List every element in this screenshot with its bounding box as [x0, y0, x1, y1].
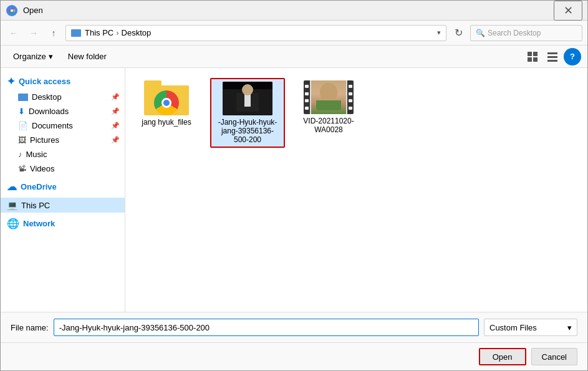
organize-label: Organize [13, 52, 46, 61]
network-section: 🌐 Network [1, 215, 125, 232]
chrome-folder-icon [154, 90, 179, 115]
onedrive-section: ☁ OneDrive [1, 178, 125, 195]
sidebar-pictures-label: Pictures [30, 135, 59, 145]
svg-rect-8 [547, 56, 557, 58]
refresh-button[interactable]: ↻ [450, 25, 466, 41]
organize-button[interactable]: Organize ▾ [7, 48, 59, 65]
film-hole [305, 107, 309, 110]
vid-head [320, 83, 337, 100]
sidebar-documents-label: Documents [32, 121, 73, 130]
quick-access-section: ✦ Quick access Desktop 📌 ⬇ Downloads 📌 📄… [1, 73, 125, 176]
list-item[interactable]: jang hyuk_files [135, 78, 198, 148]
network-header[interactable]: 🌐 Network [1, 215, 125, 232]
onedrive-icon: ☁ [7, 181, 17, 193]
sidebar-item-videos[interactable]: 📽 Videos [1, 161, 125, 176]
svg-rect-9 [547, 60, 557, 62]
downloads-icon: ⬇ [18, 107, 25, 116]
image-thumbnail [223, 82, 272, 115]
sidebar-item-desktop[interactable]: Desktop 📌 [1, 90, 125, 104]
new-folder-label: New folder [68, 52, 107, 61]
help-icon: ? [570, 52, 575, 61]
videos-icon: 📽 [18, 164, 26, 173]
details-view-button[interactable] [544, 48, 561, 65]
film-hole [349, 92, 352, 95]
face-container [315, 82, 343, 113]
chrome-inner [161, 98, 171, 108]
app-icon [6, 4, 18, 17]
title-bar: Open ✕ [1, 1, 587, 21]
svg-rect-7 [547, 52, 557, 54]
onedrive-header[interactable]: ☁ OneDrive [1, 178, 125, 195]
breadcrumb-part2: Desktop [122, 28, 152, 37]
breadcrumb[interactable]: This PC › Desktop ▾ [65, 25, 446, 41]
film-hole [349, 99, 352, 102]
quick-access-label: Quick access [19, 77, 70, 86]
film-hole [349, 107, 352, 110]
close-button[interactable]: ✕ [554, 1, 582, 21]
breadcrumb-separator: › [116, 28, 118, 37]
video-thumbnail [304, 80, 354, 114]
network-label: Network [23, 219, 55, 228]
pictures-icon: 🖼 [18, 135, 26, 145]
pin-icon-pictures: 📌 [111, 136, 120, 144]
video-face-area [311, 80, 346, 114]
onedrive-label: OneDrive [21, 182, 57, 191]
view-button[interactable] [524, 48, 541, 65]
svg-rect-4 [533, 52, 537, 56]
search-placeholder: Search Desktop [488, 29, 541, 37]
search-icon: 🔍 [476, 29, 485, 37]
sidebar-item-downloads[interactable]: ⬇ Downloads 📌 [1, 104, 125, 118]
sidebar-item-documents[interactable]: 📄 Documents 📌 [1, 118, 125, 133]
up-button[interactable]: ↑ [46, 25, 62, 41]
dialog-title: Open [23, 6, 43, 15]
toolbar: Organize ▾ New folder ? [1, 46, 587, 68]
head [242, 84, 253, 95]
view-icon [528, 52, 537, 62]
folder-icon-large [144, 80, 189, 115]
forward-button[interactable]: → [26, 25, 42, 41]
sidebar-downloads-label: Downloads [29, 107, 69, 116]
svg-rect-6 [533, 57, 537, 62]
thispc-icon: 💻 [7, 200, 17, 210]
thispc-label: This PC [21, 201, 50, 210]
content-area: ✦ Quick access Desktop 📌 ⬇ Downloads 📌 📄… [1, 68, 587, 312]
film-strip-left [304, 80, 310, 114]
file-name-input[interactable] [54, 319, 479, 336]
back-button[interactable]: ← [6, 25, 22, 41]
file-label-selected: -Jang-Hyuk-hyuk-jang-39356136-500-200 [214, 118, 281, 144]
file-area: jang hyuk_files [125, 68, 587, 312]
svg-rect-5 [528, 57, 532, 62]
cancel-button[interactable]: Cancel [531, 348, 577, 365]
file-type-chevron: ▾ [567, 323, 572, 332]
thumb-bg [223, 82, 272, 115]
sidebar-desktop-label: Desktop [32, 92, 62, 102]
sidebar-item-music[interactable]: ♪ Music [1, 147, 125, 161]
file-name-label: File name: [11, 323, 49, 332]
folder-body [144, 85, 189, 115]
music-icon: ♪ [18, 150, 22, 159]
quick-access-header[interactable]: ✦ Quick access [1, 73, 125, 90]
sidebar-music-label: Music [26, 150, 47, 159]
title-bar-left: Open [6, 4, 43, 17]
help-button[interactable]: ? [564, 48, 581, 65]
quick-access-icon: ✦ [7, 75, 15, 87]
list-item[interactable]: VID-20211020-WA0028 [297, 78, 360, 148]
bottom-bar: File name: Custom Files ▾ [1, 312, 587, 342]
thispc-section: 💻 This PC [1, 198, 125, 213]
open-button[interactable]: Open [479, 348, 526, 365]
pin-icon-documents: 📌 [111, 122, 120, 130]
sidebar-videos-label: Videos [30, 164, 55, 173]
file-label: jang hyuk_files [142, 118, 191, 127]
film-strip-right [347, 80, 354, 114]
list-item-selected[interactable]: -Jang-Hyuk-hyuk-jang-39356136-500-200 [210, 78, 285, 148]
svg-rect-3 [528, 52, 532, 56]
file-type-dropdown[interactable]: Custom Files ▾ [484, 319, 577, 336]
new-folder-button[interactable]: New folder [62, 48, 113, 65]
organize-chevron: ▾ [49, 52, 53, 61]
sidebar-item-pictures[interactable]: 🖼 Pictures 📌 [1, 133, 125, 147]
network-icon: 🌐 [7, 218, 19, 229]
sidebar-item-thispc[interactable]: 💻 This PC [1, 198, 125, 213]
search-box[interactable]: 🔍 Search Desktop [470, 25, 582, 41]
film-hole [305, 99, 309, 102]
open-dialog: Open ✕ ← → ↑ This PC › Desktop ▾ ↻ 🔍 Sea… [0, 0, 588, 371]
